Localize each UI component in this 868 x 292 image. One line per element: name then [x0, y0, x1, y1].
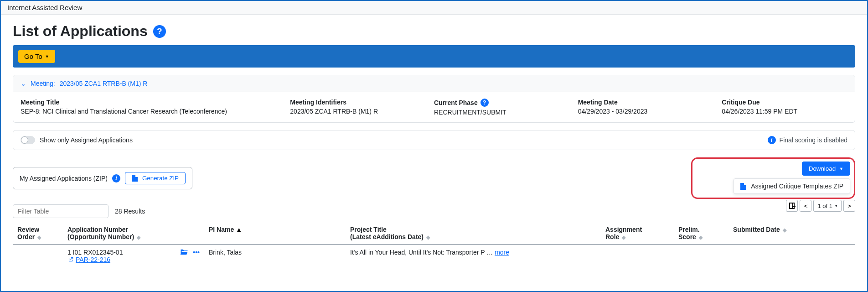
- project-title-cell: It's All in Your Head, Until It's Not: T…: [350, 249, 495, 256]
- window-titlebar: Internet Assisted Review: [1, 1, 867, 15]
- caret-down-icon: ▼: [839, 167, 843, 171]
- info-icon: i: [768, 136, 776, 144]
- meta-label: Meeting Date: [578, 99, 618, 106]
- folder-open-icon[interactable]: [180, 249, 188, 255]
- external-link-icon: [67, 256, 74, 263]
- application-number: 1 I01 RX012345-01: [67, 249, 123, 256]
- table-row: 1 I01 RX012345-01 ••• PAR-22-216 Brink, …: [13, 245, 855, 268]
- more-link[interactable]: more: [495, 249, 509, 256]
- opportunity-link[interactable]: PAR-22-216: [67, 256, 110, 263]
- pager-page-select[interactable]: 1 of 1 ▾: [813, 200, 842, 212]
- help-icon[interactable]: ?: [480, 99, 489, 107]
- chevron-down-icon: ⌄: [21, 80, 26, 87]
- sort-icon: ◆: [783, 229, 786, 232]
- meta-value: 04/26/2023 11:59 PM EDT: [722, 108, 847, 115]
- zip-section: My Assigned Applications (ZIP) i Generat…: [13, 167, 192, 189]
- go-to-label: Go To: [24, 52, 42, 60]
- meeting-panel-toggle[interactable]: ⌄ Meeting: 2023/05 ZCA1 RTRB-B (M1) R: [13, 75, 855, 92]
- zip-label: My Assigned Applications (ZIP): [20, 175, 108, 182]
- more-actions-icon[interactable]: •••: [193, 249, 200, 256]
- file-zip-icon: [740, 183, 746, 190]
- page-title: List of Applications: [13, 23, 148, 40]
- download-highlight: Download ▼ Assigned Critique Templates Z…: [691, 157, 855, 199]
- sort-icon: ◆: [426, 236, 430, 239]
- meta-value: 04/29/2023 - 03/29/2023: [578, 108, 704, 115]
- col-pi-name[interactable]: PI Name: [204, 222, 346, 245]
- meta-label: Current Phase: [434, 99, 478, 106]
- meeting-header-label: Meeting:: [31, 80, 55, 87]
- filter-options-bar: Show only Assigned Applications i Final …: [13, 130, 855, 150]
- meta-label: Meeting Title: [21, 99, 59, 106]
- meta-value: 2023/05 ZCA1 RTRB-B (M1) R: [290, 108, 416, 115]
- download-button[interactable]: Download ▼: [802, 162, 850, 176]
- caret-down-icon: ▼: [45, 54, 49, 59]
- meta-label: Meeting Identifiers: [290, 99, 346, 106]
- meta-value: RECRUITMENT/SUBMIT: [434, 109, 560, 116]
- col-submitted-date[interactable]: Submitted Date◆: [728, 222, 855, 245]
- pager-next-button[interactable]: >: [843, 200, 855, 212]
- meta-value: SEP-8: NCI Clinical and Translational Ca…: [21, 108, 272, 115]
- col-project-title[interactable]: Project Title (Latest eAdditions Date)◆: [346, 222, 601, 245]
- col-review-order[interactable]: Review Order◆: [13, 222, 63, 245]
- col-app-number[interactable]: Application Number (Opportunity Number)◆: [63, 222, 204, 245]
- sort-asc-icon: [236, 226, 242, 233]
- help-icon[interactable]: ?: [153, 25, 166, 38]
- results-count: 28 Results: [115, 208, 145, 215]
- sort-icon: ◆: [699, 236, 703, 239]
- pi-name-cell: Brink, Talas: [204, 245, 346, 268]
- col-assignment-role[interactable]: Assignment Role◆: [601, 222, 674, 245]
- applications-table: Review Order◆ Application Number (Opport…: [13, 222, 855, 268]
- action-bar: Go To ▼: [13, 45, 855, 68]
- file-zip-icon: [132, 175, 138, 182]
- pager-prev-button[interactable]: <: [800, 200, 811, 212]
- grid-settings-button[interactable]: [786, 200, 798, 212]
- sort-icon: ◆: [37, 236, 41, 239]
- caret-down-icon: ▾: [835, 203, 837, 208]
- filter-table-input[interactable]: [13, 204, 108, 218]
- assigned-only-label: Show only Assigned Applications: [40, 136, 133, 144]
- meeting-panel: ⌄ Meeting: 2023/05 ZCA1 RTRB-B (M1) R Me…: [13, 75, 855, 123]
- download-menu-item[interactable]: Assigned Critique Templates ZIP: [734, 178, 850, 194]
- final-scoring-msg: Final scoring is disabled: [780, 136, 847, 144]
- sort-icon: ◆: [137, 236, 140, 239]
- grid-icon: [789, 203, 795, 209]
- generate-zip-button[interactable]: Generate ZIP: [125, 172, 186, 184]
- meeting-header-value: 2023/05 ZCA1 RTRB-B (M1) R: [60, 80, 148, 87]
- assigned-only-toggle[interactable]: [21, 136, 35, 144]
- table-pager: < 1 of 1 ▾ >: [786, 200, 855, 212]
- info-icon[interactable]: i: [112, 174, 120, 182]
- go-to-button[interactable]: Go To ▼: [18, 50, 55, 63]
- meta-label: Critique Due: [722, 99, 760, 106]
- sort-icon: ◆: [622, 236, 625, 239]
- col-prelim-score[interactable]: Prelim. Score◆: [674, 222, 728, 245]
